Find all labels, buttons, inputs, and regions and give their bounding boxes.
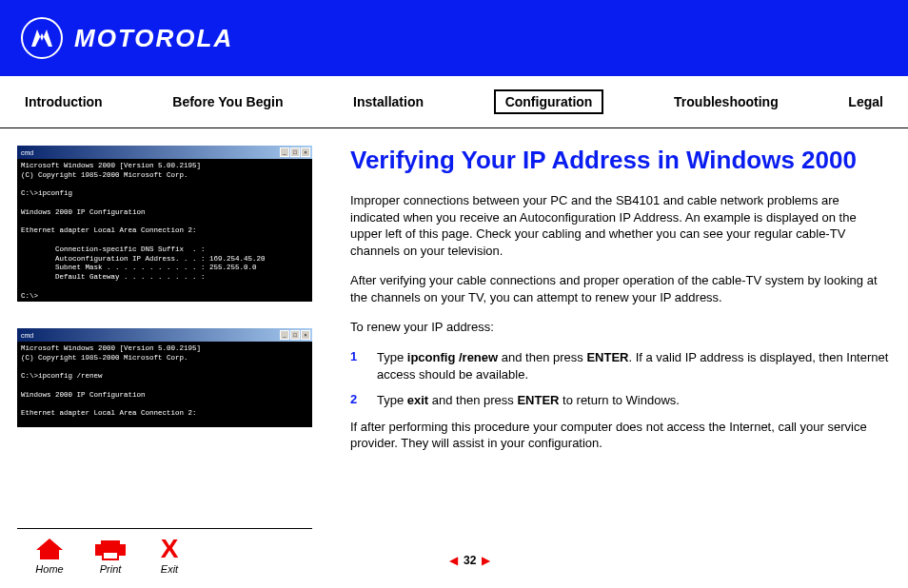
prev-page-button[interactable]: ◀ xyxy=(449,554,458,567)
close-icon: × xyxy=(301,147,310,157)
nav-before-you-begin[interactable]: Before You Begin xyxy=(172,94,283,109)
print-label: Print xyxy=(100,563,122,575)
footer: Home Print X Exit ◀ 32 ▶ xyxy=(0,528,908,575)
step-text: Type ipconfig /renew and then press ENTE… xyxy=(377,349,891,382)
nav-bar: Introduction Before You Begin Installati… xyxy=(0,76,908,128)
step-number: 2 xyxy=(350,392,360,409)
maximize-icon: □ xyxy=(290,330,300,340)
brand-text: MOTOROLA xyxy=(74,24,233,53)
nav-installation[interactable]: Installation xyxy=(353,94,424,109)
minimize-icon: _ xyxy=(280,147,289,157)
page-title: Verifying Your IP Address in Windows 200… xyxy=(350,146,891,175)
header: MOTOROLA xyxy=(0,0,908,76)
maximize-icon: □ xyxy=(290,147,300,157)
terminal-output: Microsoft Windows 2000 [Version 5.00.219… xyxy=(17,159,312,302)
window-title: cmd xyxy=(19,149,33,156)
window-title: cmd xyxy=(19,332,33,339)
content: cmd _ □ × Microsoft Windows 2000 [Versio… xyxy=(0,128,908,465)
minimize-icon: _ xyxy=(280,330,289,340)
home-icon xyxy=(34,537,65,561)
page-number: 32 xyxy=(464,554,476,567)
nav-configuration[interactable]: Configuration xyxy=(494,89,604,114)
home-label: Home xyxy=(35,563,63,575)
step-2: 2 Type exit and then press ENTER to retu… xyxy=(350,392,891,409)
exit-label: Exit xyxy=(161,563,178,575)
screenshot-ipconfig: cmd _ □ × Microsoft Windows 2000 [Versio… xyxy=(17,146,312,302)
svg-text:X: X xyxy=(161,537,179,561)
close-icon: × xyxy=(301,330,310,340)
step-1: 1 Type ipconfig /renew and then press EN… xyxy=(350,349,891,382)
home-button[interactable]: Home xyxy=(34,537,65,575)
logo-badge xyxy=(21,17,63,59)
nav-troubleshooting[interactable]: Troubleshooting xyxy=(674,94,779,109)
logo: MOTOROLA xyxy=(21,17,233,59)
terminal-output: Microsoft Windows 2000 [Version 5.00.219… xyxy=(17,342,312,427)
screenshot-renew: cmd _ □ × Microsoft Windows 2000 [Versio… xyxy=(17,328,312,427)
step-text: Type exit and then press ENTER to return… xyxy=(377,392,891,409)
paragraph: If after performing this procedure your … xyxy=(350,419,891,452)
paragraph: After verifying your cable connections a… xyxy=(350,272,891,305)
svg-rect-1 xyxy=(101,540,120,546)
next-page-button[interactable]: ▶ xyxy=(482,554,490,567)
sidebar: cmd _ □ × Microsoft Windows 2000 [Versio… xyxy=(17,146,322,465)
main-content: Verifying Your IP Address in Windows 200… xyxy=(350,146,891,465)
exit-button[interactable]: X Exit xyxy=(156,537,183,575)
print-icon xyxy=(93,537,128,561)
step-number: 1 xyxy=(350,349,360,382)
nav-introduction[interactable]: Introduction xyxy=(25,94,103,109)
svg-rect-2 xyxy=(103,552,118,559)
nav-legal[interactable]: Legal xyxy=(848,94,883,109)
steps-intro: To renew your IP address: xyxy=(350,319,891,336)
paragraph: Improper connections between your PC and… xyxy=(350,192,891,259)
print-button[interactable]: Print xyxy=(93,537,128,575)
motorola-icon xyxy=(28,24,56,52)
exit-icon: X xyxy=(156,537,183,561)
page-indicator: ◀ 32 ▶ xyxy=(449,554,490,567)
